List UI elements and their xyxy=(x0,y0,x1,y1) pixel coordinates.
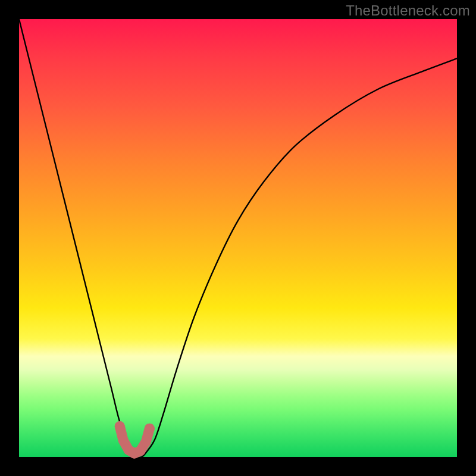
marker-dot xyxy=(118,436,129,446)
marker-dot xyxy=(135,446,145,456)
bottleneck-curve xyxy=(19,19,457,458)
marker-dots xyxy=(115,421,155,459)
plot-area xyxy=(19,19,457,457)
watermark-text: TheBottleneck.com xyxy=(346,2,470,19)
chart-frame: TheBottleneck.com xyxy=(0,0,476,476)
plot-svg xyxy=(19,19,457,457)
marker-dot xyxy=(141,437,151,447)
marker-dot xyxy=(115,421,125,431)
marker-dot xyxy=(145,424,155,434)
